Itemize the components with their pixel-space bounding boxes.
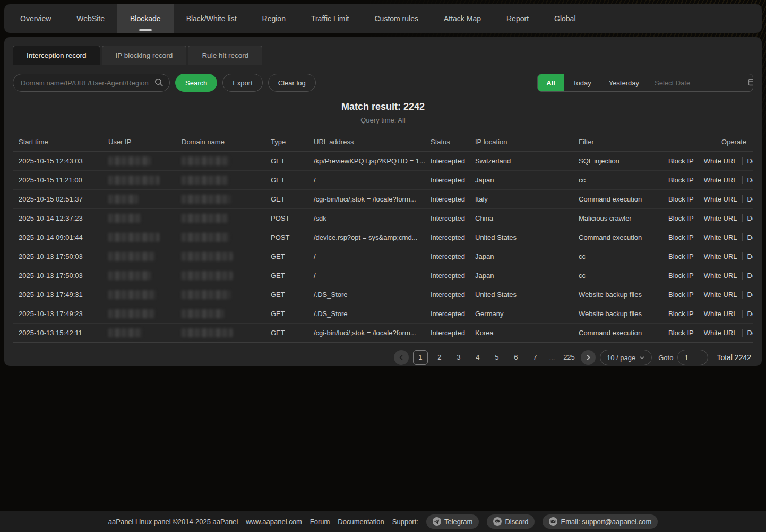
white-url-link[interactable]: White URL [699, 310, 742, 318]
details-link[interactable]: Details [742, 252, 753, 260]
cell-domain-name [176, 208, 265, 228]
white-url-link[interactable]: White URL [699, 214, 742, 222]
cell-domain-name [176, 285, 265, 304]
goto-page-input[interactable] [677, 350, 708, 365]
table-row: 2025-10-14 09:01:44 POST /device.rsp?opt… [13, 228, 753, 247]
page-size-select[interactable]: 10 / page [600, 350, 652, 365]
redacted-user-ip [108, 252, 155, 261]
block-ip-link[interactable]: Block IP [664, 233, 699, 241]
table-row: 2025-10-14 12:37:23 POST /sdk Intercepte… [13, 208, 753, 228]
details-link[interactable]: Details [742, 195, 753, 203]
block-ip-link[interactable]: Block IP [664, 157, 699, 165]
subtab-rule-hit-record[interactable]: Rule hit record [188, 46, 262, 65]
cell-start-time: 2025-10-14 09:01:44 [13, 228, 103, 247]
details-link[interactable]: Details [742, 310, 753, 318]
page-4[interactable]: 4 [470, 350, 485, 365]
cell-user-ip [103, 208, 176, 228]
date-filter-today[interactable]: Today [564, 74, 600, 91]
cell-ip-location: China [470, 208, 573, 228]
select-date-input[interactable] [655, 79, 748, 87]
documentation-link[interactable]: Documentation [338, 518, 384, 526]
cell-user-ip [103, 228, 176, 247]
cell-type: GET [265, 189, 308, 208]
white-url-link[interactable]: White URL [699, 176, 742, 184]
tab-region[interactable]: Region [249, 4, 298, 33]
cell-user-ip [103, 151, 176, 170]
tab-black-white-list[interactable]: Black/White list [174, 4, 249, 33]
col-filter: Filter [573, 133, 658, 151]
tab-report[interactable]: Report [494, 4, 541, 33]
subtab-interception-record[interactable]: Interception record [13, 46, 100, 65]
page-7[interactable]: 7 [528, 350, 543, 365]
export-button[interactable]: Export [222, 74, 263, 92]
toolbar: Search Export Clear log All Today Yester… [13, 74, 753, 92]
date-filter-yesterday[interactable]: Yesterday [600, 74, 648, 91]
forum-link[interactable]: Forum [310, 518, 330, 526]
details-link[interactable]: Details [742, 291, 753, 299]
redacted-domain-name [182, 156, 229, 165]
details-link[interactable]: Details [742, 176, 753, 184]
telegram-button[interactable]: Telegram [426, 514, 479, 529]
details-link[interactable]: Details [742, 233, 753, 241]
white-url-link[interactable]: White URL [699, 291, 742, 299]
table-row: 2025-10-15 02:51:37 GET /cgi-bin/luci/;s… [13, 189, 753, 208]
select-date-field[interactable] [648, 74, 753, 91]
block-ip-link[interactable]: Block IP [664, 252, 699, 260]
page-size-value: 10 / page [607, 354, 635, 362]
white-url-link[interactable]: White URL [699, 329, 742, 337]
page-1[interactable]: 1 [413, 350, 428, 365]
date-filter-all[interactable]: All [538, 74, 564, 91]
subtab-ip-blocking-record[interactable]: IP blocking record [102, 46, 187, 65]
tab-blockade[interactable]: Blockade [117, 4, 174, 33]
search-input[interactable] [13, 74, 170, 92]
tab-custom-rules[interactable]: Custom rules [362, 4, 431, 33]
page-2[interactable]: 2 [432, 350, 447, 365]
white-url-link[interactable]: White URL [699, 195, 742, 203]
white-url-link[interactable]: White URL [699, 272, 742, 280]
redacted-user-ip [108, 176, 159, 185]
date-filter: All Today Yesterday [537, 74, 753, 92]
cell-user-ip [103, 285, 176, 304]
page-225[interactable]: 225 [562, 350, 576, 365]
tab-traffic-limit[interactable]: Traffic Limit [298, 4, 362, 33]
redacted-domain-name [182, 252, 233, 261]
page-5[interactable]: 5 [489, 350, 504, 365]
white-url-link[interactable]: White URL [699, 233, 742, 241]
search-button[interactable]: Search [175, 74, 217, 92]
prev-page-button[interactable] [394, 350, 409, 365]
footer: aaPanel Linux panel ©2014-2025 aaPanel w… [0, 511, 766, 532]
tab-attack-map[interactable]: Attack Map [431, 4, 494, 33]
block-ip-link[interactable]: Block IP [664, 272, 699, 280]
details-link[interactable]: Details [742, 157, 753, 165]
block-ip-link[interactable]: Block IP [664, 310, 699, 318]
total-count: Total 2242 [717, 353, 751, 362]
block-ip-link[interactable]: Block IP [664, 176, 699, 184]
tab-overview[interactable]: Overview [7, 4, 64, 33]
tab-global[interactable]: Global [541, 4, 588, 33]
redacted-domain-name [182, 271, 233, 280]
clear-log-button[interactable]: Clear log [268, 74, 316, 92]
block-ip-link[interactable]: Block IP [664, 329, 699, 337]
details-link[interactable]: Details [742, 329, 753, 337]
page-3[interactable]: 3 [451, 350, 466, 365]
col-url-address: URL address [308, 133, 425, 151]
cell-start-time: 2025-10-13 17:50:03 [13, 266, 103, 285]
block-ip-link[interactable]: Block IP [664, 291, 699, 299]
details-link[interactable]: Details [742, 214, 753, 222]
white-url-link[interactable]: White URL [699, 252, 742, 260]
discord-label: Discord [505, 518, 528, 526]
page-ellipsis: ... [547, 354, 557, 362]
white-url-link[interactable]: White URL [699, 157, 742, 165]
telegram-icon [433, 517, 441, 526]
details-link[interactable]: Details [742, 272, 753, 280]
tab-website[interactable]: WebSite [64, 4, 117, 33]
website-link[interactable]: www.aapanel.com [246, 518, 302, 526]
email-button[interactable]: Email: support@aapanel.com [543, 514, 658, 529]
redacted-user-ip [108, 195, 138, 204]
page-6[interactable]: 6 [509, 350, 523, 365]
cell-operate: Block IPWhite URLDetails [658, 304, 753, 323]
discord-button[interactable]: Discord [487, 514, 535, 529]
block-ip-link[interactable]: Block IP [664, 195, 699, 203]
next-page-button[interactable] [581, 350, 596, 365]
block-ip-link[interactable]: Block IP [664, 214, 699, 222]
